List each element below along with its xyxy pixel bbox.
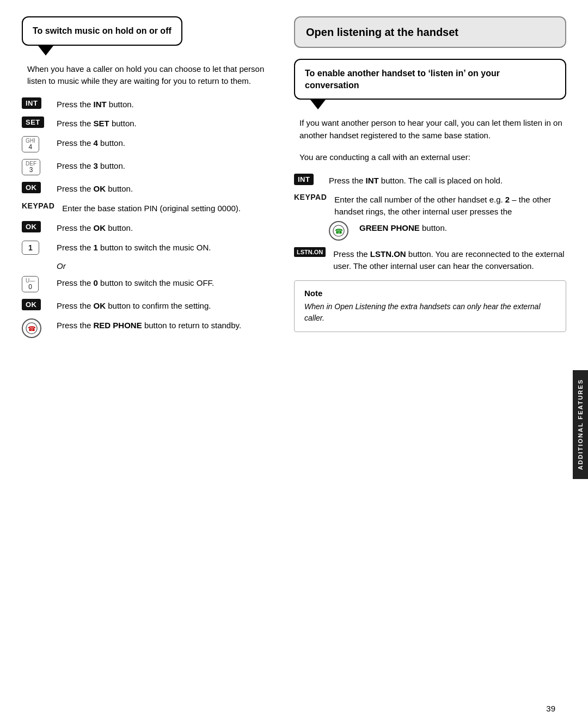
green-phone-icon: ☎	[329, 221, 352, 241]
right-keypad-label: KEYPAD	[294, 193, 327, 201]
int-icon: INT	[22, 97, 49, 109]
set-badge: SET	[22, 116, 44, 128]
side-tab-text: Additional Features	[577, 379, 584, 470]
step-row-ok3: OK Press the OK button to confirm the se…	[22, 299, 267, 312]
ok3-badge: OK	[22, 299, 41, 310]
right-callout-arrow	[310, 100, 326, 109]
left-callout-arrow	[38, 46, 53, 56]
ok2-badge: OK	[22, 221, 41, 232]
right-step-row-keypad: KEYPAD Enter the call number of the othe…	[294, 193, 566, 218]
right-step-text-int: Press the INT button. The call is placed…	[329, 174, 503, 187]
right-int-icon: INT	[294, 174, 321, 185]
step-text-3: Press the 3 button.	[57, 159, 125, 172]
section-title-text: Open listening at the handset	[306, 26, 458, 38]
ok3-icon: OK	[22, 299, 49, 310]
step-text-red-phone: Press the RED PHONE button to return to …	[57, 318, 241, 332]
ok1-badge: OK	[22, 182, 41, 193]
right-step-row-int: INT Press the INT button. The call is pl…	[294, 174, 566, 187]
right-step-row-lstnon: LSTN.ON Press the LSTN.ON button. You ar…	[294, 247, 566, 272]
right-callout-title: To enable another handset to ‘listen in’…	[305, 69, 500, 90]
step-row-red-phone: ☎ Press the RED PHONE button to return t…	[22, 318, 267, 338]
svg-text:☎: ☎	[335, 228, 343, 235]
right-callout-box: To enable another handset to ‘listen in’…	[294, 59, 566, 100]
right-step-text-keypad: Enter the call number of the other hands…	[334, 193, 566, 218]
step-text-1: Press the 1 button to switch the music O…	[57, 241, 211, 254]
right-int-badge: INT	[294, 174, 314, 185]
key3-badge: DEF 3	[22, 159, 40, 175]
step-row-keypad: KEYPAD Enter the base station PIN (origi…	[22, 201, 267, 214]
key4-badge: GHI 4	[22, 136, 39, 152]
key4-icon: GHI 4	[22, 136, 49, 152]
left-description: When you have a caller on hold you can c…	[27, 63, 267, 88]
step-text-0: Press the 0 button to switch the music O…	[57, 276, 214, 289]
step-row-0: U— 0 Press the 0 button to switch the mu…	[22, 276, 267, 292]
right-column: Open listening at the handset To enable …	[283, 16, 566, 345]
step-row-4: GHI 4 Press the 4 button.	[22, 136, 267, 152]
lstnon-badge: LSTN.ON	[294, 247, 326, 257]
side-tab: Additional Features	[573, 370, 588, 479]
step-row-set: SET Press the SET button.	[22, 116, 267, 130]
ok2-icon: OK	[22, 221, 49, 232]
step-text-set: Press the SET button.	[57, 116, 137, 130]
key3-icon: DEF 3	[22, 159, 49, 175]
step-text-4: Press the 4 button.	[57, 136, 125, 149]
right-description2: You are conducting a call with an extern…	[299, 151, 566, 164]
step-row-1: 1 Press the 1 button to switch the music…	[22, 241, 267, 255]
step-row-ok1: OK Press the OK button.	[22, 182, 267, 195]
svg-text:☎: ☎	[28, 324, 36, 332]
right-step-text-lstnon: Press the LSTN.ON button. You are reconn…	[333, 247, 566, 272]
right-keypad-icon: KEYPAD	[294, 193, 327, 201]
lstnon-icon: LSTN.ON	[294, 247, 326, 257]
keypad-icon: KEYPAD	[22, 201, 54, 210]
step-text-keypad: Enter the base station PIN (original set…	[62, 201, 241, 214]
step-row-3: DEF 3 Press the 3 button.	[22, 159, 267, 175]
left-column: To switch music on hold on or off When y…	[22, 16, 283, 345]
right-description1: If you want another person to hear your …	[299, 117, 566, 142]
red-phone-circle: ☎	[22, 318, 41, 338]
page-number: 39	[546, 704, 555, 713]
red-phone-icon: ☎	[22, 318, 49, 338]
key1-icon: 1	[22, 241, 49, 255]
or-label: Or	[57, 261, 267, 271]
int-badge: INT	[22, 97, 41, 109]
step-text-ok2: Press the OK button.	[57, 221, 133, 234]
step-text-ok3: Press the OK button to confirm the setti…	[57, 299, 211, 312]
step-text-int: Press the INT button.	[57, 97, 134, 111]
note-title: Note	[304, 289, 556, 298]
green-phone-circle: ☎	[329, 221, 348, 241]
key1-badge: 1	[22, 241, 39, 255]
left-callout-title: To switch music on hold on or off	[33, 26, 171, 35]
left-callout-box: To switch music on hold on or off	[22, 16, 182, 46]
step-row-ok2: OK Press the OK button.	[22, 221, 267, 234]
step-text-ok1: Press the OK button.	[57, 182, 133, 195]
note-box: Note When in Open Listening the extra ha…	[294, 280, 566, 332]
key0-badge: U— 0	[22, 276, 39, 292]
ok1-icon: OK	[22, 182, 49, 193]
set-icon: SET	[22, 116, 49, 128]
note-text: When in Open Listening the extra handset…	[304, 301, 556, 324]
right-step-text-greenphone: GREEN PHONE button.	[359, 221, 447, 234]
keypad-label: KEYPAD	[22, 201, 54, 210]
step-row-int: INT Press the INT button.	[22, 97, 267, 111]
right-section-title: Open listening at the handset	[294, 16, 566, 48]
key0-icon: U— 0	[22, 276, 49, 292]
right-step-row-greenphone: ☎ GREEN PHONE button.	[329, 221, 566, 241]
